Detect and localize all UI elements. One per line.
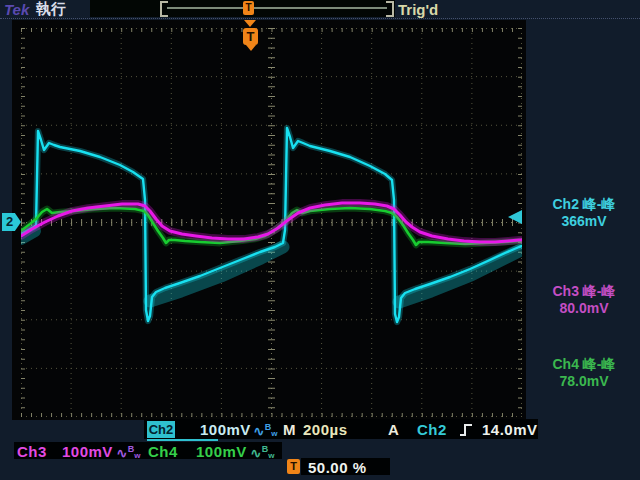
measurement-ch4-pkpk: Ch4 峰-峰 78.0mV — [532, 356, 636, 390]
record-view[interactable]: T — [90, 0, 395, 17]
measurement-value: 78.0mV — [532, 373, 636, 390]
horizontal-trigger-icon: T — [287, 459, 300, 474]
measurement-value: 80.0mV — [532, 300, 636, 317]
horizontal-position-readout: 50.00 % — [308, 459, 367, 476]
trigger-mode-readout: A — [388, 421, 399, 438]
ch3-scale-readout: 100mV — [62, 443, 113, 460]
trigger-level-readout: 14.0mV — [482, 421, 538, 438]
ch2-scale-readout: 100mV — [200, 421, 251, 438]
trigger-position-pointer-icon — [246, 45, 256, 51]
ch3-channel-label[interactable]: Ch3 — [17, 443, 47, 460]
ch2-channel-badge[interactable]: Ch2 — [147, 421, 175, 438]
ch2-trace — [21, 128, 522, 322]
ch3-coupling-bandwidth-icon: ∿Bw — [116, 444, 140, 461]
record-trigger-marker-icon[interactable]: T — [243, 1, 254, 15]
timebase-label: M — [283, 421, 296, 438]
ch2-coupling-bandwidth-icon: ∿Bw — [253, 422, 277, 439]
measurement-label: Ch4 峰-峰 — [532, 356, 636, 373]
measurement-value: 366mV — [532, 213, 636, 230]
graticule-and-traces — [21, 28, 522, 417]
rising-edge-icon — [459, 423, 473, 437]
ch2-selected-underline — [147, 439, 218, 441]
topbar-separator — [0, 18, 640, 19]
trigger-status: Trig'd — [398, 1, 438, 18]
top-status-bar: Tek 執行 T Trig'd — [0, 0, 640, 18]
acquisition-status: 執行 — [36, 0, 66, 19]
trigger-position-marker-icon[interactable]: T — [243, 28, 258, 45]
tek-logo: Tek — [4, 1, 29, 18]
trigger-position-arrow-icon[interactable] — [244, 20, 256, 27]
ch4-coupling-bandwidth-icon: ∿Bw — [250, 444, 274, 461]
record-view-line — [167, 7, 387, 9]
record-view-left-bracket — [160, 1, 168, 17]
ch4-channel-label[interactable]: Ch4 — [148, 443, 178, 460]
measurement-label: Ch3 峰-峰 — [532, 283, 636, 300]
ch4-scale-readout: 100mV — [196, 443, 247, 460]
oscilloscope-screen: { "topbar": { "logo": "Tek", "acq_status… — [0, 0, 640, 480]
measurement-ch3-pkpk: Ch3 峰-峰 80.0mV — [532, 283, 636, 317]
measurement-ch2-pkpk: Ch2 峰-峰 366mV — [532, 196, 636, 230]
trigger-source-readout: Ch2 — [417, 421, 447, 438]
timebase-readout: 200µs — [303, 421, 348, 438]
measurement-label: Ch2 峰-峰 — [532, 196, 636, 213]
ch2-ramp-fuzz-mid — [150, 247, 283, 301]
record-view-right-bracket — [386, 1, 394, 17]
